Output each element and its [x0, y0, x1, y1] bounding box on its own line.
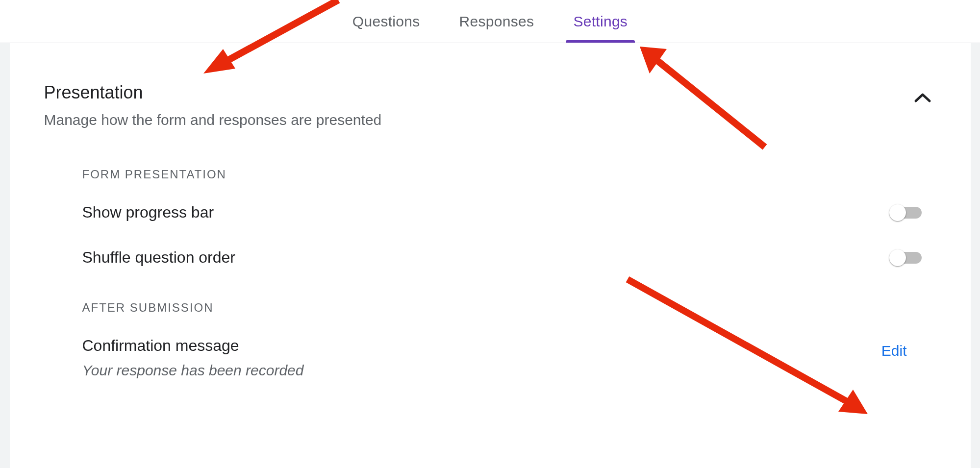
- confirmation-message-row: Confirmation message Your response has b…: [82, 337, 936, 379]
- content-wrapper: Presentation Manage how the form and res…: [0, 43, 980, 468]
- confirmation-message-title: Confirmation message: [82, 337, 304, 355]
- after-submission-label: AFTER SUBMISSION: [82, 301, 936, 315]
- presentation-title-block: Presentation Manage how the form and res…: [44, 82, 914, 128]
- show-progress-bar-toggle[interactable]: [890, 207, 922, 219]
- presentation-section-header: Presentation Manage how the form and res…: [44, 82, 936, 128]
- show-progress-bar-row: Show progress bar: [82, 203, 936, 222]
- form-presentation-subsection: FORM PRESENTATION Show progress bar Shuf…: [82, 168, 936, 267]
- presentation-subtitle: Manage how the form and responses are pr…: [44, 112, 914, 128]
- form-presentation-label: FORM PRESENTATION: [82, 168, 936, 181]
- shuffle-question-order-label: Shuffle question order: [82, 248, 236, 267]
- toggle-knob: [889, 249, 906, 266]
- tab-questions[interactable]: Questions: [345, 1, 427, 42]
- shuffle-question-order-row: Shuffle question order: [82, 248, 936, 267]
- tab-settings[interactable]: Settings: [566, 1, 635, 42]
- toggle-knob: [889, 204, 906, 221]
- tabs-bar: Questions Responses Settings: [0, 0, 980, 43]
- tab-responses[interactable]: Responses: [452, 1, 542, 42]
- confirmation-message-value: Your response has been recorded: [82, 362, 304, 379]
- after-submission-subsection: AFTER SUBMISSION Confirmation message Yo…: [82, 301, 936, 379]
- confirmation-text-block: Confirmation message Your response has b…: [82, 337, 304, 379]
- chevron-up-icon[interactable]: [914, 92, 931, 105]
- settings-card: Presentation Manage how the form and res…: [10, 43, 971, 468]
- presentation-title: Presentation: [44, 82, 914, 103]
- show-progress-bar-label: Show progress bar: [82, 203, 214, 222]
- edit-button[interactable]: Edit: [881, 343, 907, 359]
- shuffle-question-order-toggle[interactable]: [890, 252, 922, 264]
